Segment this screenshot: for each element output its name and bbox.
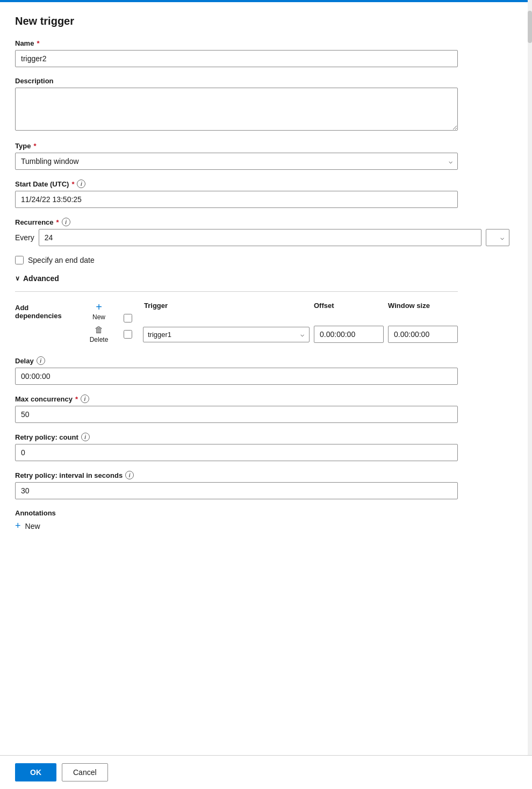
max-concurrency-label: Max concurrency * i <box>15 394 458 403</box>
specify-end-date-checkbox[interactable] <box>15 256 24 264</box>
start-date-label: Start Date (UTC) * i <box>15 180 458 188</box>
recurrence-info-icon: i <box>62 218 70 226</box>
recurrence-required: * <box>56 218 59 226</box>
retry-count-label: Retry policy: count i <box>15 433 458 441</box>
retry-interval-field-group: Retry policy: interval in seconds i <box>15 471 458 499</box>
annotations-new-label[interactable]: New <box>25 522 40 530</box>
plus-icon: + <box>96 302 102 312</box>
dep-offset-input[interactable] <box>314 326 384 343</box>
dep-trigger-select[interactable]: trigger1 <box>143 327 310 342</box>
recurrence-label: Recurrence * i <box>15 218 458 226</box>
delay-info-icon: i <box>37 356 45 365</box>
description-textarea[interactable] <box>15 88 458 131</box>
divider <box>15 291 458 292</box>
recurrence-unit-wrapper: Hour(s) Minute(s) Day(s) ⌵ <box>486 229 509 246</box>
footer-buttons: OK Cancel <box>0 755 532 789</box>
dependencies-section: Adddependencies + New 🗑 Delete Trigger O… <box>15 302 458 343</box>
retry-interval-label: Retry policy: interval in seconds i <box>15 471 458 479</box>
name-input[interactable] <box>15 50 458 67</box>
dep-new-button[interactable]: + New <box>92 302 105 321</box>
advanced-label: Advanced <box>23 274 59 283</box>
ok-button[interactable]: OK <box>15 763 56 781</box>
dep-header-checkbox[interactable] <box>124 314 132 322</box>
delay-label: Delay i <box>15 356 458 365</box>
dep-add-label: Adddependencies <box>15 302 74 320</box>
retry-count-info-icon: i <box>81 433 90 441</box>
start-date-field-group: Start Date (UTC) * i <box>15 180 458 208</box>
recurrence-field-group: Recurrence * i Every Hour(s) Minute(s) D… <box>15 218 458 246</box>
name-field-group: Name * <box>15 39 458 67</box>
trash-icon: 🗑 <box>95 325 103 335</box>
name-label: Name * <box>15 39 458 47</box>
description-field-group: Description <box>15 77 458 132</box>
delay-field-group: Delay i <box>15 356 458 385</box>
retry-interval-info-icon: i <box>125 471 134 479</box>
scrollbar-thumb[interactable] <box>528 11 532 43</box>
cancel-button[interactable]: Cancel <box>62 763 108 781</box>
annotations-label: Annotations <box>15 509 458 517</box>
description-label: Description <box>15 77 458 85</box>
max-concurrency-required: * <box>75 395 78 403</box>
name-required: * <box>37 39 39 47</box>
advanced-chevron-icon: ∨ <box>15 275 20 282</box>
type-required: * <box>33 142 36 150</box>
dep-new-label: New <box>92 313 105 321</box>
max-concurrency-field-group: Max concurrency * i <box>15 394 458 423</box>
retry-count-field-group: Retry policy: count i <box>15 433 458 461</box>
dep-col-trigger: Trigger <box>144 302 310 310</box>
dep-delete-button[interactable]: 🗑 Delete <box>90 325 109 343</box>
recurrence-unit-select[interactable]: Hour(s) Minute(s) Day(s) <box>486 229 509 246</box>
max-concurrency-info-icon: i <box>81 394 89 403</box>
start-date-info-icon: i <box>77 180 85 188</box>
dep-delete-label: Delete <box>90 336 109 343</box>
type-select[interactable]: Tumbling window Schedule Event <box>15 153 458 170</box>
dep-header-checkbox-col <box>125 302 140 310</box>
type-field-group: Type * Tumbling window Schedule Event ⌵ <box>15 142 458 170</box>
dep-header-row <box>124 314 458 322</box>
panel: New trigger Name * Description Type * Tu… <box>0 2 473 595</box>
annotations-new-row: + New <box>15 520 458 532</box>
start-date-required: * <box>71 180 74 188</box>
dep-table: Trigger Offset Window size trigger1 ⌵ <box>124 302 458 343</box>
type-select-wrapper: Tumbling window Schedule Event ⌵ <box>15 153 458 170</box>
start-date-input[interactable] <box>15 191 458 208</box>
dep-col-window-size: Window size <box>388 302 458 310</box>
recurrence-value-input[interactable] <box>39 229 481 246</box>
delay-input[interactable] <box>15 368 458 385</box>
retry-count-input[interactable] <box>15 444 458 461</box>
table-row: trigger1 ⌵ <box>124 326 458 343</box>
max-concurrency-input[interactable] <box>15 406 458 423</box>
scrollbar[interactable] <box>528 0 532 789</box>
dep-controls: + New 🗑 Delete <box>83 302 115 343</box>
type-label: Type * <box>15 142 458 150</box>
dep-col-offset: Offset <box>314 302 384 310</box>
dep-trigger-wrapper: trigger1 ⌵ <box>143 327 310 342</box>
advanced-toggle[interactable]: ∨ Advanced <box>15 274 458 283</box>
dep-window-size-input[interactable] <box>388 326 458 343</box>
dep-table-header: Trigger Offset Window size <box>124 302 458 310</box>
dep-row-checkbox[interactable] <box>124 330 132 339</box>
page-title: New trigger <box>15 15 458 27</box>
annotations-plus-icon: + <box>15 520 21 532</box>
specify-end-date-label: Specify an end date <box>28 256 95 264</box>
recurrence-row: Every Hour(s) Minute(s) Day(s) ⌵ <box>15 229 458 246</box>
annotations-field-group: Annotations + New <box>15 509 458 532</box>
every-label: Every <box>15 233 34 242</box>
retry-interval-input[interactable] <box>15 482 458 499</box>
specify-end-date-row: Specify an end date <box>15 256 458 264</box>
